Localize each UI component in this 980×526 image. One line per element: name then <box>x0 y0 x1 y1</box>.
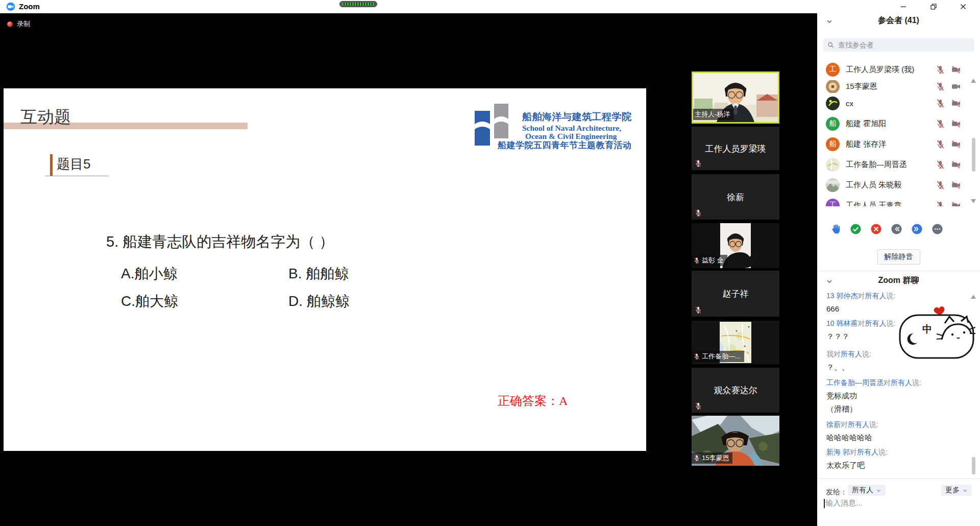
scrollbar-thumb[interactable] <box>972 457 975 474</box>
record-dot-icon <box>7 21 13 27</box>
participant-status-icons <box>936 99 962 108</box>
video-tile[interactable]: 工作人员罗梁瑛 <box>692 127 779 170</box>
chat-recipient[interactable]: 所有人 <box>857 448 878 456</box>
scroll-up-icon[interactable] <box>971 79 976 83</box>
video-tile[interactable]: 徐薪 <box>692 174 779 220</box>
send-to-value: 所有人 <box>852 486 873 495</box>
participant-search[interactable] <box>823 38 974 52</box>
participant-status-icons <box>936 119 962 129</box>
mic-muted-icon <box>936 119 945 129</box>
tile-name-label: 益彰 金 <box>692 255 727 266</box>
raise-hand-icon[interactable] <box>829 223 841 235</box>
chat-recipient[interactable]: 所有人 <box>841 350 862 358</box>
option-b: B. 舶舶鲸 <box>288 264 349 283</box>
chat-message-text: 太欢乐了吧 <box>826 461 964 470</box>
go-slower-icon[interactable] <box>891 223 902 235</box>
chat-message-text: （滑稽） <box>826 404 964 414</box>
camera-muted-icon <box>950 139 962 149</box>
participant-row[interactable]: 工 工作人员 王青章 <box>817 195 980 206</box>
video-tile[interactable]: 工作备胎—... <box>692 321 779 364</box>
option-c: C.舶大鲸 <box>121 292 178 311</box>
participant-status-icons <box>936 139 962 149</box>
scrollbar-thumb[interactable] <box>972 138 975 172</box>
chat-sender[interactable]: 徐薪 <box>826 420 841 428</box>
camera-muted-icon <box>950 65 962 75</box>
yes-icon[interactable] <box>850 223 862 235</box>
participant-row[interactable]: cx <box>817 93 980 113</box>
mic-muted-icon <box>936 139 945 149</box>
minimize-button[interactable] <box>892 0 915 13</box>
video-tile[interactable]: 观众赛达尔 <box>692 368 779 413</box>
restore-button[interactable] <box>922 0 945 13</box>
participant-row[interactable]: 工作备胎—周晋丞 <box>817 154 980 175</box>
nonverbal-feedback-bar <box>829 223 943 235</box>
correct-answer: 正确答案：A <box>498 393 568 409</box>
scroll-down-icon[interactable] <box>971 199 976 203</box>
send-to-dropdown[interactable]: 所有人 <box>848 485 886 496</box>
video-tile[interactable]: 15李蒙恩 <box>692 416 779 466</box>
recording-label: 录制 <box>17 19 30 29</box>
option-a: A.舶小鲸 <box>121 264 177 283</box>
participant-status-icons <box>936 201 962 207</box>
unmute-button[interactable]: 解除静音 <box>877 249 920 265</box>
participant-name: 工作备胎—周晋丞 <box>846 160 929 170</box>
participant-status-icons <box>936 65 962 75</box>
chat-recipient[interactable]: 所有人 <box>848 420 869 428</box>
chat-message: 工作备胎—周晋丞对所有人说: 竞标成功 （滑稽） <box>826 378 964 414</box>
participant-row[interactable]: 船 船建 霍旭阳 <box>817 113 980 134</box>
go-faster-icon[interactable] <box>911 223 923 235</box>
avatar <box>826 80 840 93</box>
no-icon[interactable] <box>870 223 882 235</box>
recording-indicator[interactable]: 录制 <box>7 19 30 29</box>
search-icon <box>827 41 834 49</box>
chat-sender[interactable]: 我 <box>826 350 834 358</box>
mic-muted-icon <box>936 180 945 190</box>
tile-name-label: 主持人-杨洋 <box>693 109 733 120</box>
scroll-up-icon[interactable] <box>971 295 976 299</box>
video-tile[interactable]: 赵子祥 <box>692 271 779 317</box>
participant-row[interactable]: 工作人员 朱晓毅 <box>817 175 980 195</box>
camera-muted-icon <box>950 82 962 91</box>
video-tile-host[interactable]: 主持人-杨洋 <box>692 71 779 124</box>
close-button[interactable] <box>952 0 974 13</box>
video-tile[interactable]: 益彰 金 <box>692 223 779 268</box>
chat-message: 新海 郭对所有人说: 太欢乐了吧 <box>826 448 964 470</box>
event-title: 船建学院五四青年节主题教育活动 <box>498 139 632 151</box>
more-dropdown[interactable]: 更多 <box>941 485 972 496</box>
participant-row[interactable]: 15李蒙恩 <box>817 80 980 93</box>
participant-row[interactable]: 工 工作人员罗梁瑛 (我) <box>817 59 980 80</box>
participant-status-icons <box>936 180 962 190</box>
chat-sender[interactable]: 13 郭仲杰 <box>826 292 857 300</box>
chat-message-header: 13 郭仲杰对所有人说: <box>826 292 964 301</box>
chat-recipient[interactable]: 所有人 <box>891 378 912 387</box>
avatar: 工 <box>826 199 840 207</box>
chat-input[interactable] <box>824 498 974 508</box>
participants-title: 参会者 (41) <box>817 15 980 26</box>
chat-sender[interactable]: 10 韩林甫 <box>826 319 857 327</box>
tile-name: 观众赛达尔 <box>692 385 779 396</box>
camera-muted-icon <box>950 160 962 170</box>
search-input[interactable] <box>837 40 970 50</box>
tile-name: 15李蒙恩 <box>702 453 729 463</box>
chat-sender[interactable]: 工作备胎—周晋丞 <box>826 378 884 387</box>
tile-name: 工作人员罗梁瑛 <box>692 142 779 154</box>
chat-recipient[interactable]: 所有人 <box>865 319 886 327</box>
tile-name: 赵子祥 <box>692 288 779 300</box>
chat-message-text: 哈哈哈哈哈哈 <box>826 433 964 443</box>
mic-muted-icon <box>936 160 945 170</box>
chat-sender[interactable]: 新海 郭 <box>826 448 850 456</box>
participant-row[interactable]: 船 船建 张存洋 <box>817 134 980 154</box>
participants-chat-panel: 参会者 (41) 工 工作人员罗梁瑛 (我) 15李蒙恩 cx <box>817 13 980 526</box>
mic-muted-icon <box>693 353 700 360</box>
option-d: D. 舶鲸鲸 <box>288 292 350 311</box>
participant-name: 工作人员 王青章 <box>846 201 929 207</box>
chat-recipient[interactable]: 所有人 <box>865 292 886 300</box>
camera-muted-icon <box>950 180 962 190</box>
more-feedback-icon[interactable] <box>932 223 943 235</box>
avatar: 工 <box>826 63 840 77</box>
zoom-logo-icon <box>6 2 15 11</box>
chat-message-list[interactable]: 13 郭仲杰对所有人说: 666 10 韩林甫对所有人说: ？？？ 我对所有人说… <box>817 289 980 477</box>
mic-muted-icon <box>936 201 945 207</box>
participant-name: 船建 张存洋 <box>846 139 929 149</box>
slide-section-title: 互动题 <box>20 106 71 129</box>
